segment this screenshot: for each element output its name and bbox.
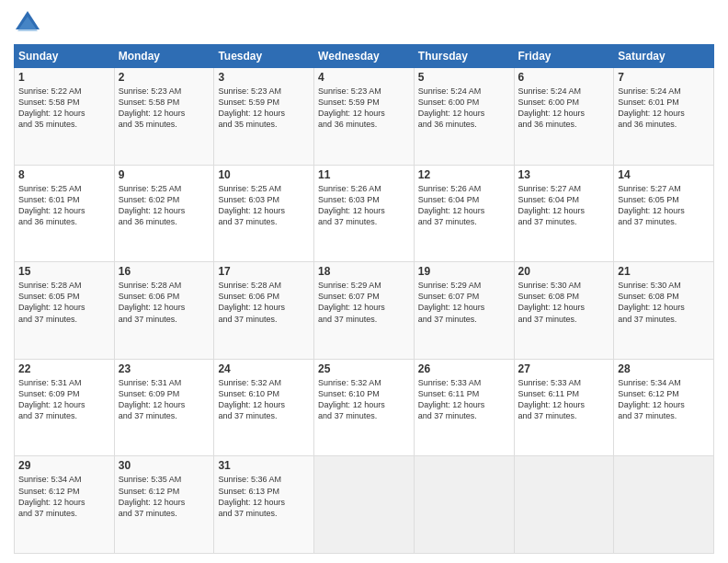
calendar-cell: 20Sunrise: 5:30 AM Sunset: 6:08 PM Dayli… [514, 262, 614, 360]
logo [14, 9, 45, 37]
calendar-cell [614, 456, 714, 554]
calendar-cell [514, 456, 614, 554]
cell-info: Sunrise: 5:23 AM Sunset: 5:59 PM Dayligh… [318, 86, 410, 131]
day-header-wednesday: Wednesday [314, 45, 415, 68]
day-number: 15 [18, 265, 110, 278]
calendar-cell: 30Sunrise: 5:35 AM Sunset: 6:12 PM Dayli… [114, 456, 214, 554]
calendar-cell: 7Sunrise: 5:24 AM Sunset: 6:01 PM Daylig… [614, 68, 714, 166]
calendar-cell: 22Sunrise: 5:31 AM Sunset: 6:09 PM Dayli… [15, 359, 115, 456]
cell-info: Sunrise: 5:31 AM Sunset: 6:09 PM Dayligh… [119, 377, 210, 422]
calendar-cell: 19Sunrise: 5:29 AM Sunset: 6:07 PM Dayli… [414, 262, 514, 360]
day-number: 11 [318, 168, 410, 181]
calendar-cell [314, 456, 415, 554]
calendar-cell: 15Sunrise: 5:28 AM Sunset: 6:05 PM Dayli… [15, 262, 115, 360]
cell-info: Sunrise: 5:31 AM Sunset: 6:09 PM Dayligh… [18, 377, 110, 422]
cell-info: Sunrise: 5:24 AM Sunset: 6:01 PM Dayligh… [618, 86, 710, 131]
cell-info: Sunrise: 5:30 AM Sunset: 6:08 PM Dayligh… [618, 280, 710, 325]
cell-info: Sunrise: 5:27 AM Sunset: 6:05 PM Dayligh… [618, 183, 710, 228]
calendar-cell: 9Sunrise: 5:25 AM Sunset: 6:02 PM Daylig… [114, 165, 214, 262]
day-number: 4 [318, 71, 410, 84]
cell-info: Sunrise: 5:25 AM Sunset: 6:02 PM Dayligh… [119, 183, 210, 228]
calendar-cell: 1Sunrise: 5:22 AM Sunset: 5:58 PM Daylig… [15, 68, 115, 166]
day-number: 7 [618, 71, 710, 84]
day-number: 10 [218, 168, 310, 181]
calendar-cell: 18Sunrise: 5:29 AM Sunset: 6:07 PM Dayli… [314, 262, 415, 360]
cell-info: Sunrise: 5:28 AM Sunset: 6:05 PM Dayligh… [18, 280, 110, 325]
cell-info: Sunrise: 5:32 AM Sunset: 6:10 PM Dayligh… [218, 377, 310, 422]
cell-info: Sunrise: 5:23 AM Sunset: 5:58 PM Dayligh… [119, 86, 210, 131]
calendar-cell: 12Sunrise: 5:26 AM Sunset: 6:04 PM Dayli… [414, 165, 514, 262]
calendar-cell: 14Sunrise: 5:27 AM Sunset: 6:05 PM Dayli… [614, 165, 714, 262]
day-number: 9 [119, 168, 210, 181]
day-number: 20 [518, 265, 610, 278]
day-number: 28 [618, 362, 710, 375]
day-header-tuesday: Tuesday [214, 45, 314, 68]
cell-info: Sunrise: 5:26 AM Sunset: 6:04 PM Dayligh… [418, 183, 510, 228]
calendar-cell: 4Sunrise: 5:23 AM Sunset: 5:59 PM Daylig… [314, 68, 415, 166]
cell-info: Sunrise: 5:25 AM Sunset: 6:01 PM Dayligh… [18, 183, 110, 228]
day-header-monday: Monday [114, 45, 214, 68]
calendar-cell: 17Sunrise: 5:28 AM Sunset: 6:06 PM Dayli… [214, 262, 314, 360]
calendar-cell: 16Sunrise: 5:28 AM Sunset: 6:06 PM Dayli… [114, 262, 214, 360]
day-number: 1 [18, 71, 110, 84]
cell-info: Sunrise: 5:35 AM Sunset: 6:12 PM Dayligh… [119, 474, 210, 519]
calendar-cell: 13Sunrise: 5:27 AM Sunset: 6:04 PM Dayli… [514, 165, 614, 262]
day-number: 26 [418, 362, 510, 375]
day-header-friday: Friday [514, 45, 614, 68]
day-number: 3 [218, 71, 310, 84]
calendar-cell: 29Sunrise: 5:34 AM Sunset: 6:12 PM Dayli… [15, 456, 115, 554]
calendar-cell [414, 456, 514, 554]
day-number: 19 [418, 265, 510, 278]
day-number: 6 [518, 71, 610, 84]
calendar-cell: 23Sunrise: 5:31 AM Sunset: 6:09 PM Dayli… [114, 359, 214, 456]
day-number: 5 [418, 71, 510, 84]
calendar-cell: 25Sunrise: 5:32 AM Sunset: 6:10 PM Dayli… [314, 359, 415, 456]
calendar-table: SundayMondayTuesdayWednesdayThursdayFrid… [14, 44, 714, 554]
day-number: 27 [518, 362, 610, 375]
day-number: 22 [18, 362, 110, 375]
cell-info: Sunrise: 5:28 AM Sunset: 6:06 PM Dayligh… [218, 280, 310, 325]
day-number: 13 [518, 168, 610, 181]
calendar-cell: 10Sunrise: 5:25 AM Sunset: 6:03 PM Dayli… [214, 165, 314, 262]
day-number: 25 [318, 362, 410, 375]
day-header-saturday: Saturday [614, 45, 714, 68]
cell-info: Sunrise: 5:34 AM Sunset: 6:12 PM Dayligh… [18, 474, 110, 519]
calendar-cell: 8Sunrise: 5:25 AM Sunset: 6:01 PM Daylig… [15, 165, 115, 262]
calendar-cell: 11Sunrise: 5:26 AM Sunset: 6:03 PM Dayli… [314, 165, 415, 262]
cell-info: Sunrise: 5:22 AM Sunset: 5:58 PM Dayligh… [18, 86, 110, 131]
cell-info: Sunrise: 5:25 AM Sunset: 6:03 PM Dayligh… [218, 183, 310, 228]
day-number: 12 [418, 168, 510, 181]
cell-info: Sunrise: 5:24 AM Sunset: 6:00 PM Dayligh… [518, 86, 610, 131]
day-header-sunday: Sunday [15, 45, 115, 68]
day-number: 23 [119, 362, 210, 375]
cell-info: Sunrise: 5:34 AM Sunset: 6:12 PM Dayligh… [618, 377, 710, 422]
day-number: 24 [218, 362, 310, 375]
cell-info: Sunrise: 5:29 AM Sunset: 6:07 PM Dayligh… [318, 280, 410, 325]
cell-info: Sunrise: 5:33 AM Sunset: 6:11 PM Dayligh… [518, 377, 610, 422]
day-number: 2 [119, 71, 210, 84]
calendar-cell: 3Sunrise: 5:23 AM Sunset: 5:59 PM Daylig… [214, 68, 314, 166]
day-number: 29 [18, 459, 110, 472]
calendar-week-5: 29Sunrise: 5:34 AM Sunset: 6:12 PM Dayli… [15, 456, 714, 554]
cell-info: Sunrise: 5:33 AM Sunset: 6:11 PM Dayligh… [418, 377, 510, 422]
calendar-cell: 5Sunrise: 5:24 AM Sunset: 6:00 PM Daylig… [414, 68, 514, 166]
cell-info: Sunrise: 5:26 AM Sunset: 6:03 PM Dayligh… [318, 183, 410, 228]
cell-info: Sunrise: 5:30 AM Sunset: 6:08 PM Dayligh… [518, 280, 610, 325]
calendar-week-3: 15Sunrise: 5:28 AM Sunset: 6:05 PM Dayli… [15, 262, 714, 360]
day-number: 8 [18, 168, 110, 181]
day-number: 17 [218, 265, 310, 278]
cell-info: Sunrise: 5:27 AM Sunset: 6:04 PM Dayligh… [518, 183, 610, 228]
day-number: 14 [618, 168, 710, 181]
calendar-week-1: 1Sunrise: 5:22 AM Sunset: 5:58 PM Daylig… [15, 68, 714, 166]
cell-info: Sunrise: 5:28 AM Sunset: 6:06 PM Dayligh… [119, 280, 210, 325]
day-number: 18 [318, 265, 410, 278]
calendar-week-4: 22Sunrise: 5:31 AM Sunset: 6:09 PM Dayli… [15, 359, 714, 456]
calendar-cell: 28Sunrise: 5:34 AM Sunset: 6:12 PM Dayli… [614, 359, 714, 456]
logo-icon [14, 9, 41, 37]
day-number: 31 [218, 459, 310, 472]
page: SundayMondayTuesdayWednesdayThursdayFrid… [0, 0, 728, 563]
calendar-cell: 6Sunrise: 5:24 AM Sunset: 6:00 PM Daylig… [514, 68, 614, 166]
calendar-cell: 24Sunrise: 5:32 AM Sunset: 6:10 PM Dayli… [214, 359, 314, 456]
cell-info: Sunrise: 5:23 AM Sunset: 5:59 PM Dayligh… [218, 86, 310, 131]
day-number: 16 [119, 265, 210, 278]
